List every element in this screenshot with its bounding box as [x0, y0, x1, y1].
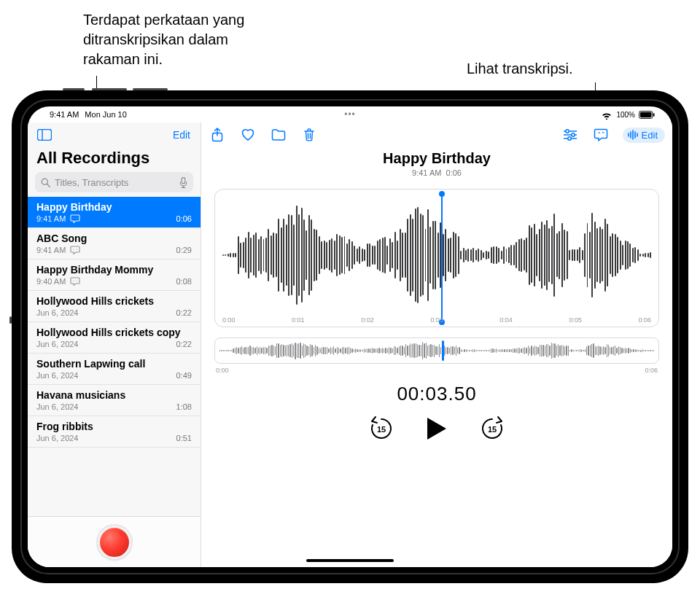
svg-point-20: [567, 137, 570, 140]
status-time: 9:41 AM: [50, 110, 79, 119]
sidebar: Edit All Recordings Titles, Transcripts …: [28, 122, 201, 567]
recording-list[interactable]: Happy Birthday 9:41 AM 0:06 ABC Song 9:4…: [28, 197, 201, 516]
svg-point-8: [74, 217, 74, 218]
tick-label: 0:04: [499, 316, 513, 324]
svg-point-9: [77, 217, 77, 218]
recording-row[interactable]: Southern Lapwing call Jun 6, 2024 0:49: [28, 354, 201, 385]
battery-percent: 100%: [616, 111, 635, 119]
tick-label: 0:02: [361, 316, 374, 324]
recording-row-duration: 0:49: [176, 371, 192, 380]
svg-line-6: [47, 184, 50, 187]
recording-title[interactable]: Happy Birthday: [201, 150, 672, 167]
svg-text:“ ”: “ ”: [598, 131, 604, 136]
sidebar-title: All Recordings: [28, 147, 201, 172]
waveform-overview[interactable]: [214, 337, 659, 364]
recording-row-time: Jun 6, 2024: [36, 308, 79, 317]
recording-row-time: 9:40 AM: [36, 277, 66, 286]
svg-point-11: [77, 249, 77, 249]
overview-times: 0:00 0:06: [216, 367, 658, 374]
search-placeholder: Titles, Transcripts: [55, 177, 128, 188]
recording-row-duration: 0:22: [176, 340, 192, 348]
recording-subtitle: 9:41 AM 0:06: [201, 168, 672, 177]
recording-row-title: Southern Lapwing call: [36, 358, 192, 370]
play-button[interactable]: [426, 416, 448, 441]
recording-row[interactable]: Happy Birthday Mommy 9:40 AM 0:08: [28, 260, 201, 291]
svg-rect-3: [38, 130, 52, 141]
recording-row-time: Jun 6, 2024: [36, 434, 79, 442]
edit-button-label: Edit: [642, 130, 658, 141]
svg-point-13: [77, 280, 77, 281]
recording-row-title: Hollywood Hills crickets: [36, 295, 192, 307]
svg-text:15: 15: [488, 425, 497, 434]
dictate-icon[interactable]: [179, 177, 187, 188]
skip-forward-button[interactable]: 15: [480, 415, 505, 442]
recording-row[interactable]: Frog ribbits Jun 6, 2024 0:51: [28, 416, 201, 448]
recording-row-title: Happy Birthday Mommy: [36, 264, 192, 276]
tick-label: 0:01: [292, 316, 305, 324]
recording-row[interactable]: ABC Song 9:41 AM 0:29: [28, 228, 201, 260]
detail-pane: “ ” Edit Happy Birthday: [201, 122, 672, 567]
transcript-badge-icon: [70, 277, 80, 286]
trash-icon[interactable]: [300, 125, 318, 144]
recording-row[interactable]: Hollywood Hills crickets Jun 6, 2024 0:2…: [28, 291, 201, 322]
search-input[interactable]: Titles, Transcripts: [35, 172, 193, 192]
recording-row[interactable]: Havana musicians Jun 6, 2024 1:08: [28, 385, 201, 416]
recording-row-duration: 1:08: [176, 402, 192, 411]
transcript-icon[interactable]: “ ”: [592, 125, 610, 144]
skip-back-button[interactable]: 15: [369, 415, 394, 442]
tick-label: 0:06: [638, 316, 651, 324]
svg-point-10: [74, 249, 74, 249]
recording-row-time: Jun 6, 2024: [36, 371, 79, 380]
share-icon[interactable]: [209, 125, 226, 144]
waveform-main[interactable]: 0:000:010:020:030:040:050:06: [214, 189, 659, 327]
recording-row-duration: 0:06: [176, 214, 192, 223]
home-indicator[interactable]: [306, 559, 394, 562]
recording-row-title: Happy Birthday: [36, 201, 192, 213]
ipad-device-frame: 9:41 AM Mon Jun 10 ••• 100%: [12, 90, 688, 583]
svg-point-18: [571, 133, 574, 136]
tick-label: 0:05: [569, 316, 582, 324]
current-time: 00:03.50: [201, 383, 672, 405]
recording-row[interactable]: Hollywood Hills crickets copy Jun 6, 202…: [28, 322, 201, 354]
svg-text:15: 15: [377, 425, 386, 434]
waveform-icon: [627, 130, 639, 140]
overview-playhead[interactable]: [442, 340, 444, 361]
recording-row-time: Jun 6, 2024: [36, 402, 79, 411]
playback-settings-icon[interactable]: [561, 125, 579, 144]
tick-label: 0:00: [222, 316, 236, 324]
edit-waveform-button[interactable]: Edit: [623, 128, 665, 143]
recording-row-duration: 0:08: [176, 277, 192, 286]
recording-row-duration: 0:51: [176, 434, 192, 442]
status-date: Mon Jun 10: [85, 110, 126, 119]
callout-transcript-in-list: Terdapat perkataan yang ditranskripsikan…: [83, 10, 273, 69]
wifi-icon: [601, 111, 612, 119]
svg-point-16: [565, 130, 568, 133]
recording-row[interactable]: Happy Birthday 9:41 AM 0:06: [28, 197, 201, 228]
recording-row-title: Havana musicians: [36, 389, 192, 401]
search-icon: [41, 178, 50, 187]
recording-row-duration: 0:22: [176, 308, 192, 317]
record-bar: [28, 516, 201, 567]
svg-rect-1: [640, 112, 652, 117]
recording-row-time: 9:41 AM: [36, 214, 66, 223]
move-to-folder-icon[interactable]: [270, 125, 287, 144]
time-ticks: 0:000:010:020:030:040:050:06: [215, 316, 658, 324]
toggle-sidebar-icon[interactable]: [35, 125, 54, 144]
record-button[interactable]: [98, 526, 131, 559]
recording-row-time: 9:41 AM: [36, 246, 66, 254]
svg-rect-7: [182, 177, 185, 183]
sidebar-edit-button[interactable]: Edit: [170, 129, 193, 141]
svg-point-12: [74, 280, 74, 281]
transcript-badge-icon: [70, 246, 80, 254]
multitask-dots[interactable]: •••: [344, 109, 356, 120]
recording-row-title: Frog ribbits: [36, 421, 192, 432]
playhead[interactable]: [441, 194, 443, 322]
status-bar: 9:41 AM Mon Jun 10 ••• 100%: [28, 106, 672, 122]
callout-view-transcript: Lihat transkripsi.: [467, 59, 573, 79]
recording-row-title: Hollywood Hills crickets copy: [36, 327, 192, 338]
recording-row-duration: 0:29: [176, 246, 192, 254]
transcript-badge-icon: [70, 214, 80, 223]
favorite-icon[interactable]: [239, 125, 257, 144]
recording-row-time: Jun 6, 2024: [36, 340, 79, 348]
tick-label: 0:03: [430, 316, 443, 324]
